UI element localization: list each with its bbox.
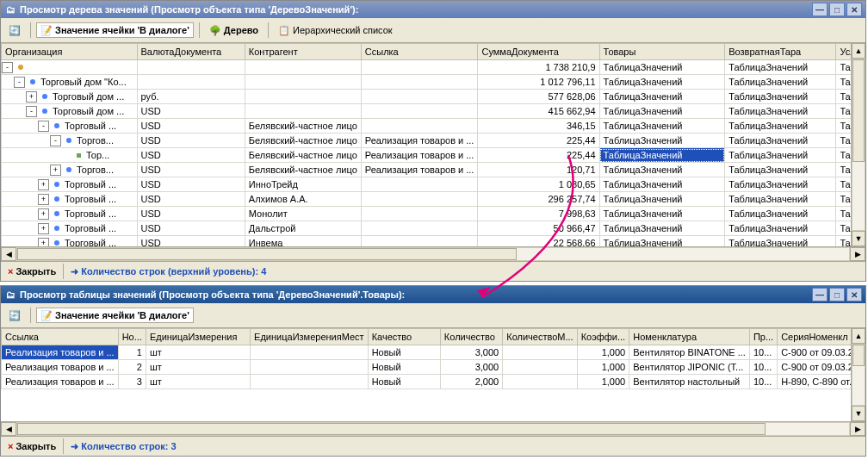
tree-node-icon: [66, 167, 71, 172]
col-header[interactable]: ЕдиницаИзмерения: [146, 329, 250, 345]
refresh-icon: 🔄: [9, 24, 21, 36]
app-icon: 🗂: [4, 3, 16, 16]
app-icon: 🗂: [4, 289, 16, 301]
tree-vscroll[interactable]: ▲▼: [851, 43, 865, 246]
org-text: Торговый ...: [65, 121, 116, 131]
close-button[interactable]: ✕: [846, 288, 862, 301]
table-row[interactable]: Реализация товаров и ...1штНовый3,0001,0…: [2, 345, 865, 360]
tree-close-button[interactable]: × Закрыть: [4, 265, 59, 277]
col-header[interactable]: Коэффи...: [577, 329, 629, 345]
table-status: × Закрыть ➜ Количество строк: 3: [1, 436, 865, 456]
arrow-right-icon: ➜: [71, 266, 78, 277]
col-header[interactable]: СуммаДокумента: [478, 44, 599, 60]
tree-node-icon: [54, 211, 59, 216]
col-header[interactable]: ВозвратнаяТара: [725, 44, 836, 60]
table-row[interactable]: -Торгов...USDБелявский-частное лицоРеали…: [2, 134, 865, 148]
tree-node-icon: [30, 79, 35, 84]
table-grid[interactable]: СсылкаНо...ЕдиницаИзмеренияЕдиницаИзмере…: [1, 328, 865, 389]
refresh-button[interactable]: 🔄: [4, 22, 25, 38]
hlist-mode-button[interactable]: 📋Иерархический список: [274, 22, 397, 38]
org-text: Торговый ...: [65, 238, 116, 246]
maximize-button[interactable]: □: [829, 288, 845, 301]
table-row[interactable]: +Торговый ...USDАлхимов А.А.296 257,74Та…: [2, 192, 865, 207]
refresh-button[interactable]: 🔄: [4, 308, 25, 323]
tree-toggle[interactable]: -: [26, 106, 37, 117]
tree-title: Просмотр дерева значений (Просмотр объек…: [20, 4, 358, 15]
minimize-button[interactable]: —: [812, 288, 828, 301]
table-row[interactable]: +Торговый ...USDИнноТрейд1 080,65Таблица…: [2, 177, 865, 192]
tree-node-icon: [54, 123, 59, 128]
cell-value-button[interactable]: 📝Значение ячейки 'В диалоге': [36, 22, 194, 38]
tree-grid[interactable]: ОрганизацияВалютаДокументаКонтрагентСсыл…: [1, 43, 865, 246]
org-text: Торгов...: [77, 165, 114, 175]
col-header[interactable]: Контрагент: [245, 44, 361, 60]
col-header[interactable]: КоличествоМ...: [503, 329, 577, 345]
tree-node-icon: [54, 182, 59, 187]
col-header[interactable]: Товары: [599, 44, 725, 60]
maximize-button[interactable]: □: [829, 3, 845, 16]
table-row[interactable]: -Торговый ...USDБелявский-частное лицо34…: [2, 119, 865, 134]
refresh-icon: 🔄: [9, 309, 21, 321]
tree-toggle[interactable]: +: [38, 208, 49, 220]
minimize-button[interactable]: —: [812, 3, 828, 16]
table-vscroll[interactable]: ▲▼: [851, 328, 865, 421]
col-header[interactable]: Количество: [440, 329, 502, 345]
tree-titlebar[interactable]: 🗂 Просмотр дерева значений (Просмотр объ…: [1, 1, 865, 18]
table-row[interactable]: +Торговый ...USDДальстрой50 966,47Таблиц…: [2, 221, 865, 236]
org-text: Торгов...: [77, 135, 114, 146]
tree-mode-button[interactable]: 🌳Дерево: [205, 22, 263, 38]
org-text: Торговый ...: [65, 208, 116, 219]
table-row[interactable]: +Торговый ...USDМонолит7 998,63ТаблицаЗн…: [2, 207, 865, 221]
tree-toggle[interactable]: -: [2, 62, 13, 73]
org-text: Торговый ...: [65, 223, 116, 233]
col-header[interactable]: Качество: [368, 329, 440, 345]
table-row[interactable]: Тор...USDБелявский-частное лицоРеализаци…: [2, 148, 865, 163]
table-row[interactable]: -Торговый дом "Ко...1 012 796,11ТаблицаЗ…: [2, 75, 865, 90]
tree-node-icon: [54, 226, 59, 231]
table-row[interactable]: +Торговый ...USDИнвема22 568,66ТаблицаЗн…: [2, 236, 865, 247]
col-header[interactable]: ВалютаДокумента: [137, 44, 245, 60]
tree-icon: 🌳: [209, 24, 221, 36]
close-button[interactable]: ✕: [846, 3, 862, 16]
table-row[interactable]: +Торговый дом ...руб.577 628,06ТаблицаЗн…: [2, 90, 865, 104]
close-x-icon: ×: [8, 266, 13, 277]
table-toolbar: 🔄 📝Значение ячейки 'В диалоге': [1, 303, 865, 328]
tree-toggle[interactable]: +: [38, 238, 49, 247]
tree-toggle[interactable]: +: [38, 179, 49, 190]
table-titlebar[interactable]: 🗂 Просмотр таблицы значений (Просмотр об…: [1, 286, 865, 303]
tree-node-icon: [66, 138, 71, 143]
tree-node-icon: [77, 153, 81, 158]
tree-toggle[interactable]: -: [50, 135, 61, 146]
cell-value-button[interactable]: 📝Значение ячейки 'В диалоге': [36, 308, 194, 323]
tree-toggle[interactable]: -: [38, 121, 49, 132]
table-row[interactable]: Реализация товаров и ...3штНовый2,0001,0…: [2, 375, 865, 389]
col-header[interactable]: ЕдиницаИзмеренияМест: [251, 329, 369, 345]
tree-toggle[interactable]: +: [50, 165, 61, 176]
tree-toggle[interactable]: -: [14, 77, 25, 88]
table-row[interactable]: +Торгов...USDБелявский-частное лицоРеали…: [2, 163, 865, 177]
col-header[interactable]: Пр...: [749, 329, 777, 345]
tree-node-icon: [42, 109, 47, 114]
table-row[interactable]: -1 738 210,9ТаблицаЗначенийТаблицаЗначен…: [2, 60, 865, 75]
col-header[interactable]: Номенклатура: [629, 329, 750, 345]
table-close-button[interactable]: × Закрыть: [4, 440, 59, 452]
tree-status: × Закрыть ➜ Количество строк (верхний ур…: [1, 261, 865, 281]
arrow-right-icon: ➜: [71, 441, 78, 452]
table-row[interactable]: -Торговый дом ...USD415 662,94ТаблицаЗна…: [2, 104, 865, 119]
tree-node-icon: [54, 240, 59, 246]
tree-hscroll[interactable]: ◀▶: [1, 246, 865, 261]
org-text: Торговый ...: [65, 194, 116, 204]
org-text: Торговый дом "Ко...: [40, 77, 127, 87]
tree-viewer-window: 🗂 Просмотр дерева значений (Просмотр объ…: [0, 0, 866, 282]
col-header[interactable]: Ссылка: [2, 329, 119, 345]
tree-toggle[interactable]: +: [38, 223, 49, 234]
table-hscroll[interactable]: ◀▶: [1, 421, 865, 436]
tree-toggle[interactable]: +: [38, 194, 49, 205]
hlist-icon: 📋: [278, 24, 290, 36]
tree-toggle[interactable]: +: [26, 91, 37, 103]
col-header[interactable]: Ссылка: [361, 44, 478, 60]
col-header[interactable]: Организация: [2, 44, 138, 60]
col-header[interactable]: Но...: [118, 329, 146, 345]
table-row[interactable]: Реализация товаров и ...2штНовый3,0001,0…: [2, 360, 865, 375]
table-title: Просмотр таблицы значений (Просмотр объе…: [20, 289, 405, 300]
